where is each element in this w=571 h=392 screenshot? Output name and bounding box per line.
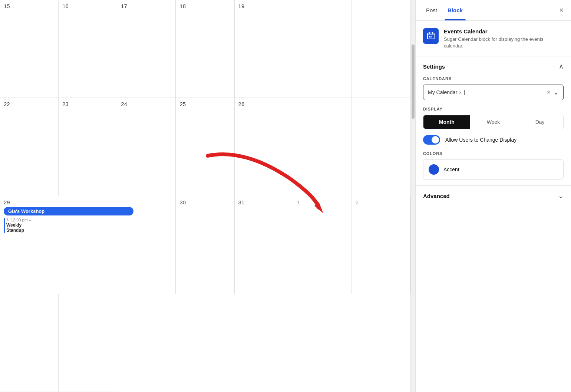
calendar-cell-empty-1	[293, 0, 352, 98]
accent-label: Accent	[443, 167, 459, 172]
cell-number: 15	[4, 3, 55, 9]
calendar-cell-16: 16	[59, 0, 117, 98]
toggle-row: Allow Users to Change Display	[423, 135, 564, 145]
calendar-cell-29: 29 Gia's Workshop ↻ 12:00 pm – ... Weekl…	[0, 196, 176, 294]
allow-change-display-toggle[interactable]	[423, 135, 440, 145]
tab-post[interactable]: Post	[423, 0, 440, 20]
calendar-tag: My Calendar ×	[428, 89, 462, 95]
calendar-cell-22: 22	[0, 98, 59, 196]
calendar-cell-empty-3	[293, 98, 352, 196]
calendar-cell-19: 19	[235, 0, 293, 98]
cell-number: 26	[238, 101, 289, 107]
advanced-title: Advanced	[423, 193, 450, 199]
calendar-wrapper: 15 16 17 18 19 22 23 24	[0, 0, 415, 392]
toggle-slider	[423, 135, 440, 145]
calendar-cell-24: 24	[117, 98, 176, 196]
tab-block[interactable]: Block	[445, 0, 466, 20]
scroll-track[interactable]	[411, 0, 415, 392]
calendar-area: 15 16 17 18 19 22 23 24	[0, 0, 411, 392]
calendar-cell-18: 18	[176, 0, 234, 98]
settings-section: Settings ∧ CALENDARS My Calendar × | × ⌄…	[416, 56, 571, 186]
settings-title: Settings	[423, 63, 445, 70]
calendar-tag-close[interactable]: ×	[459, 90, 462, 95]
cell-number-muted: 2	[356, 199, 406, 205]
calendar-cell-2: 2	[352, 196, 410, 294]
block-description: Sugar Calendar block for displaying the …	[444, 36, 564, 49]
select-dropdown-button[interactable]: ⌄	[553, 88, 559, 96]
display-week-button[interactable]: Week	[470, 115, 517, 129]
calendar-grid: 15 16 17 18 19 22 23 24	[0, 0, 410, 392]
cell-number: 17	[121, 3, 172, 9]
cell-number: 24	[121, 101, 172, 107]
event-time-text: 12:00 pm – ...	[11, 218, 36, 222]
cell-number: 18	[179, 3, 230, 9]
cell-number-muted: 1	[297, 199, 348, 205]
calendars-label: CALENDARS	[423, 76, 564, 81]
calendar-cell-30: 30	[176, 196, 234, 294]
calendar-cell-empty-4	[352, 98, 410, 196]
svg-rect-1	[428, 33, 434, 39]
select-clear-button[interactable]: ×	[547, 89, 550, 96]
calendar-cell-25: 25	[176, 98, 234, 196]
display-label: DISPLAY	[423, 107, 564, 111]
block-title: Events Calendar	[444, 28, 564, 34]
event-weekly-standup: ↻ 12:00 pm – ... WeeklyStandup	[4, 218, 172, 233]
event-title: WeeklyStandup	[6, 223, 172, 233]
advanced-expand-button[interactable]: ⌄	[558, 192, 564, 200]
calendar-cell-17: 17	[117, 0, 176, 98]
advanced-section: Advanced ⌄	[416, 186, 571, 206]
display-month-button[interactable]: Month	[423, 115, 470, 129]
color-row[interactable]: Accent	[423, 159, 564, 179]
events-calendar-icon	[426, 32, 435, 40]
toggle-label: Allow Users to Change Display	[445, 137, 516, 143]
cell-number: 31	[238, 199, 289, 205]
sidebar: Post Block × Events Calendar Sugar Calen…	[415, 0, 571, 392]
cell-number: 25	[179, 101, 230, 107]
colors-label: COLORS	[423, 151, 564, 156]
cell-number: 23	[62, 101, 113, 107]
event-bar-workshop: Gia's Workshop	[4, 207, 133, 215]
select-controls: × ⌄	[547, 88, 559, 96]
calendar-select[interactable]: My Calendar × | × ⌄	[423, 85, 564, 100]
svg-rect-6	[430, 36, 432, 37]
cell-number: 22	[4, 101, 55, 107]
event-time: ↻ 12:00 pm – ...	[6, 218, 172, 223]
cell-number: 29	[4, 199, 172, 205]
close-button[interactable]: ×	[559, 6, 564, 14]
settings-collapse-button[interactable]: ∧	[559, 62, 564, 70]
section-header: Settings ∧	[423, 62, 564, 70]
calendar-cell-15: 15	[0, 0, 59, 98]
sidebar-tabs: Post Block ×	[416, 0, 571, 21]
calendar-cell-empty-2	[352, 0, 410, 98]
display-day-button[interactable]: Day	[516, 115, 563, 129]
block-icon	[423, 28, 439, 44]
svg-rect-5	[429, 36, 430, 37]
accent-color-circle[interactable]	[429, 164, 439, 175]
calendar-cell-23: 23	[59, 98, 117, 196]
cell-number: 16	[62, 3, 113, 9]
scroll-thumb[interactable]	[412, 45, 415, 119]
cursor-bar: |	[464, 89, 465, 96]
display-group: Month Week Day	[423, 115, 564, 129]
calendar-cell-1: 1	[293, 196, 352, 294]
calendar-cell-empty-5	[0, 294, 59, 392]
cell-number: 19	[238, 3, 289, 9]
cell-number: 30	[179, 199, 230, 205]
calendar-cell-31: 31	[235, 196, 293, 294]
calendar-tag-name: My Calendar	[428, 89, 457, 95]
calendar-cell-empty-6	[59, 294, 117, 392]
block-info-text: Events Calendar Sugar Calendar block for…	[444, 28, 564, 49]
block-info: Events Calendar Sugar Calendar block for…	[416, 21, 571, 56]
calendar-cell-26: 26	[235, 98, 293, 196]
